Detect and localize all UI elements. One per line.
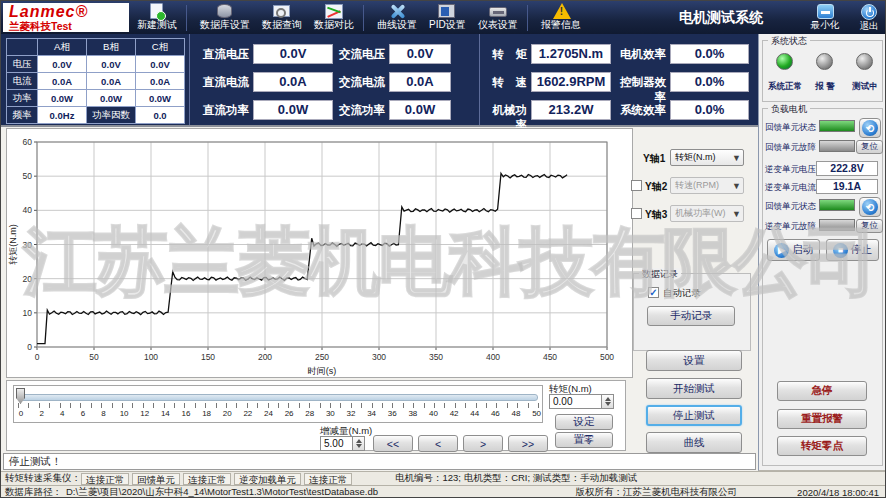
slider-scale-labels: 0246810121416182022242628303234363840424… <box>15 409 543 418</box>
y-axis2-selected: 转速(RPM) <box>675 180 719 190</box>
reset-button-2[interactable]: ⟲ <box>859 197 881 217</box>
brand-subtitle: 兰菱科技Test <box>9 21 129 32</box>
speed-value: 1602.9RPM <box>531 72 611 92</box>
load-motor-group: 负载电机 回馈单元状态 回馈单元故障 ⟲ 复位 逆变单元电压 222.8V 逆变… <box>762 108 883 466</box>
manual-record-button[interactable]: 手动记录 <box>647 306 735 326</box>
y-axis2-select[interactable]: 转速(RPM) ▼ <box>670 177 744 194</box>
feedback-unit-label: 回馈单元 <box>132 473 180 485</box>
alarm-label: 报 警 <box>807 81 843 93</box>
feedback-unit-status: 连接正常 <box>183 473 231 485</box>
step-amount-spinner[interactable] <box>352 436 365 451</box>
slider-thumb[interactable] <box>16 388 25 404</box>
svg-text:450: 450 <box>543 352 557 362</box>
system-ok-label: 系统正常 <box>766 81 804 93</box>
torque-set-input[interactable]: 0.00 <box>549 394 602 409</box>
svg-text:500: 500 <box>600 352 614 362</box>
phase-value: 0.0V <box>136 56 184 72</box>
message-box: 停止测试！ <box>3 453 756 470</box>
status-bar-connections: 转矩转速采集仪： 连接正常 回馈单元 连接正常 逆变加载单元 连接正常 电机编号… <box>1 471 886 485</box>
phase-value: 0.0A <box>87 73 135 89</box>
emergency-stop-button[interactable]: 急停 <box>777 381 867 401</box>
y-axis3-label: Y轴3 <box>645 208 667 222</box>
power-icon <box>861 4 877 20</box>
data-query-button[interactable]: 数据查询 <box>256 1 308 34</box>
chevron-down-icon: ▼ <box>732 151 741 166</box>
app-window: Lanmec® 兰菱科技Test 新建测试 数据库设置 数据查询 数据对比 <box>0 0 886 498</box>
svg-text:250: 250 <box>315 352 329 362</box>
dc-voltage-label: 直流电压 <box>197 47 249 62</box>
warning-icon <box>550 3 572 17</box>
svg-text:400: 400 <box>486 352 500 362</box>
y-axis3-checkbox[interactable] <box>631 208 642 219</box>
reset-label-button-1[interactable]: 复位 <box>856 140 883 154</box>
phase-value: 0.0A <box>136 73 184 89</box>
torque-label: 转 矩 <box>482 47 527 62</box>
auto-record-label: 自动记录 <box>663 287 701 300</box>
motor-info: 电机编号：123; 电机类型：CRI; 测试类型：手动加载测试 <box>395 472 637 485</box>
toolbar-label: 数据查询 <box>262 18 302 32</box>
pid-settings-button[interactable]: PID设置 <box>423 1 472 34</box>
row-label: 功率 <box>7 90 37 106</box>
phase-value: 0.0W <box>136 90 184 106</box>
ac-current-label: 交流电流 <box>335 75 385 90</box>
reset-label-button-2[interactable]: 复位 <box>856 219 883 233</box>
system-eff-value: 0.0% <box>670 100 749 120</box>
stop-motor-label: 停止 <box>851 243 872 257</box>
slider-groove[interactable] <box>18 394 538 401</box>
feedback-status-label: 回馈单元状态 <box>765 122 816 134</box>
step-forward-button[interactable]: > <box>463 435 503 452</box>
new-test-button[interactable]: 新建测试 <box>131 1 183 34</box>
alarm-info-button[interactable]: 报警信息 <box>535 1 587 34</box>
svg-text:40: 40 <box>23 205 33 215</box>
torque-zero-button[interactable]: 转矩零点 <box>777 436 867 456</box>
step-forward-fast-button[interactable]: >> <box>508 435 548 452</box>
inverter-current-value: 19.1A <box>816 179 878 194</box>
feedback-status2-indicator <box>819 199 855 211</box>
pid-panel-icon <box>436 3 458 17</box>
torque-set-spinner[interactable] <box>601 394 614 409</box>
y-axis3-select[interactable]: 机械功率(W) ▼ <box>670 205 744 222</box>
auto-record-checkbox[interactable]: ✓ <box>648 287 659 298</box>
toolbar-label: 数据对比 <box>314 18 354 32</box>
phase-value: 0.0A <box>38 73 86 89</box>
minimize-button[interactable]: 最小化 <box>803 2 847 33</box>
reset-button-1[interactable]: ⟲ <box>859 118 881 138</box>
set-button[interactable]: 设定 <box>555 414 613 430</box>
inverter-fault-label: 逆变单元故障 <box>765 221 816 233</box>
ac-voltage-label: 交流电压 <box>335 47 385 62</box>
start-test-button[interactable]: 开始测试 <box>646 378 742 399</box>
inverter-voltage-value: 222.8V <box>816 161 878 176</box>
y-axis2-checkbox[interactable] <box>631 180 642 191</box>
svg-text:150: 150 <box>201 352 215 362</box>
status-bar-database: 数据库路径： D:\兰菱\项目\2020\山东中科4_14\MotorTest1… <box>1 485 886 498</box>
tools-icon <box>386 3 408 17</box>
app-title: 电机测试系统 <box>641 9 801 27</box>
data-record-group: 数据记录 ✓ 自动记录 手动记录 <box>633 273 751 351</box>
exit-button[interactable]: 退出 <box>847 2 886 33</box>
reset-alarm-button[interactable]: 重置报警 <box>777 409 867 429</box>
database-settings-button[interactable]: 数据库设置 <box>194 1 256 34</box>
collector-status: 连接正常 <box>81 473 129 485</box>
curve-settings-button[interactable]: 曲线设置 <box>371 1 423 34</box>
controller-eff-label: 控制器效率 <box>609 75 666 105</box>
toolbar-group-3: 曲线设置 PID设置 仪表设置 <box>371 1 524 34</box>
toolbar-separator <box>186 5 187 31</box>
settings-button[interactable]: 设置 <box>646 350 742 371</box>
meter-settings-button[interactable]: 仪表设置 <box>472 1 524 34</box>
toolbar-label: 仪表设置 <box>478 18 518 32</box>
torque-slider[interactable]: 0246810121416182022242628303234363840424… <box>13 385 543 423</box>
y-axis1-select[interactable]: 转矩(N.m) ▼ <box>670 149 744 166</box>
stop-test-button[interactable]: 停止测试 <box>646 405 742 426</box>
zero-button[interactable]: 置零 <box>555 432 613 448</box>
play-icon: ▶ <box>774 243 789 258</box>
stop-motor-button[interactable]: ■ 停止 <box>826 239 879 261</box>
step-back-fast-button[interactable]: << <box>373 435 413 452</box>
start-motor-button[interactable]: ▶ 启动 <box>767 239 820 261</box>
step-back-button[interactable]: < <box>418 435 458 452</box>
toolbar-group-2: 数据库设置 数据查询 数据对比 <box>194 1 360 34</box>
svg-text:100: 100 <box>144 352 158 362</box>
phase-value: 0.0V <box>87 56 135 72</box>
curve-button[interactable]: 曲线 <box>646 432 742 453</box>
step-amount-input[interactable]: 5.00 <box>320 436 353 451</box>
data-compare-button[interactable]: 数据对比 <box>308 1 360 34</box>
